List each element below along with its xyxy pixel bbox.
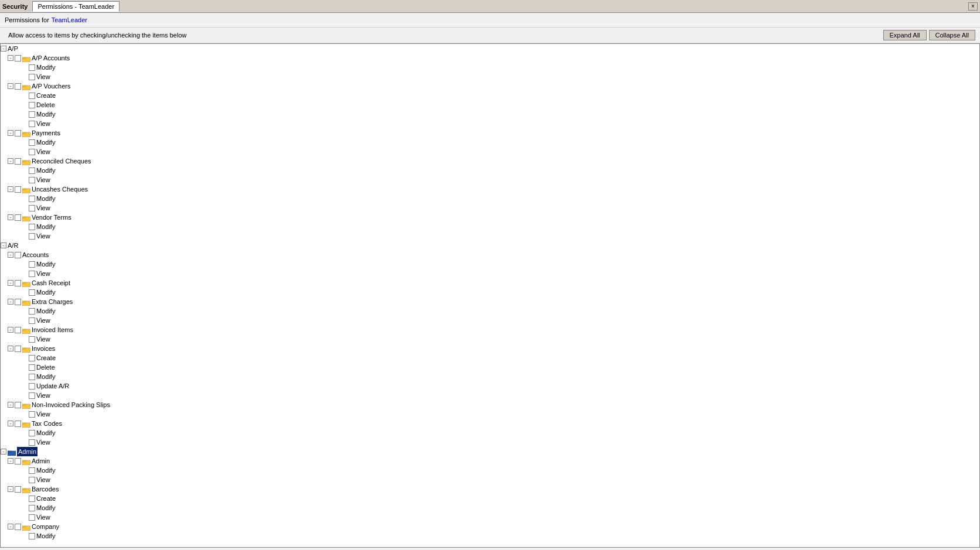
tree-checkbox[interactable] — [29, 467, 35, 474]
tree-checkbox[interactable] — [29, 374, 35, 380]
tree-checkbox[interactable] — [15, 214, 21, 221]
tree-checkbox[interactable] — [29, 496, 35, 502]
tree-checkbox[interactable] — [29, 64, 35, 71]
tree-checkbox[interactable] — [29, 514, 35, 521]
tree-item: Create — [1, 494, 979, 503]
tree-checkbox[interactable] — [29, 383, 35, 390]
expand-icon[interactable] — [8, 486, 13, 492]
tree-item: View — [1, 203, 979, 213]
tree-item: Create — [1, 353, 979, 363]
expand-icon[interactable] — [8, 252, 13, 258]
user-link[interactable]: TeamLeader — [52, 16, 87, 23]
tree-checkbox[interactable] — [15, 346, 21, 352]
tab-active[interactable]: Permissions - TeamLeader — [32, 1, 119, 12]
tree-checkbox[interactable] — [29, 392, 35, 399]
tree-checkbox[interactable] — [29, 430, 35, 436]
tree-item: Modify — [1, 259, 979, 269]
expand-icon[interactable] — [8, 214, 13, 220]
expand-icon[interactable] — [8, 83, 13, 89]
tree-node-label: View — [36, 513, 50, 522]
tree-checkbox[interactable] — [29, 177, 35, 183]
tree-node-label: Modify — [36, 372, 55, 381]
expand-all-button[interactable]: Expand All — [883, 30, 927, 40]
tree-checkbox[interactable] — [29, 289, 35, 296]
tree-checkbox[interactable] — [29, 308, 35, 315]
tree-checkbox[interactable] — [29, 355, 35, 361]
folder-icon — [22, 280, 30, 286]
expand-icon[interactable] — [8, 130, 13, 136]
expand-icon[interactable] — [8, 186, 13, 192]
tree-node-label: Invoices — [32, 344, 55, 353]
tree-checkbox[interactable] — [29, 411, 35, 418]
tree-checkbox[interactable] — [29, 139, 35, 146]
tree-checkbox[interactable] — [15, 327, 21, 333]
folder-icon — [22, 402, 30, 408]
tree-checkbox[interactable] — [29, 533, 35, 539]
tree-node-label: Vendor Terms — [32, 213, 71, 222]
tree-checkbox[interactable] — [15, 402, 21, 408]
tree-checkbox[interactable] — [29, 336, 35, 343]
expand-icon[interactable] — [8, 402, 13, 408]
tree-checkbox[interactable] — [29, 317, 35, 324]
expand-icon[interactable] — [8, 280, 13, 286]
tree-item: View — [1, 175, 979, 185]
expand-icon[interactable] — [8, 55, 13, 61]
tree-checkbox[interactable] — [15, 83, 21, 90]
expand-icon[interactable] — [8, 458, 13, 464]
expand-icon[interactable] — [1, 449, 6, 455]
tree-node-label: Company — [32, 522, 59, 531]
tree-checkbox[interactable] — [15, 158, 21, 165]
tree-checkbox[interactable] — [15, 524, 21, 530]
expand-icon[interactable] — [8, 158, 13, 164]
tree-node-label: A/P Vouchers — [32, 81, 70, 91]
tree-checkbox[interactable] — [29, 149, 35, 155]
expand-icon[interactable] — [8, 346, 13, 351]
tree-node-label: View — [36, 391, 50, 400]
tree-item: Reconciled Cheques — [1, 156, 979, 166]
tree-checkbox[interactable] — [29, 364, 35, 371]
expand-icon[interactable] — [8, 421, 13, 426]
tree-checkbox[interactable] — [15, 486, 21, 493]
tree-checkbox[interactable] — [15, 421, 21, 427]
tree-item: Modify — [1, 63, 979, 72]
tree-checkbox[interactable] — [29, 261, 35, 268]
tree-checkbox[interactable] — [29, 102, 35, 108]
tree-checkbox[interactable] — [29, 477, 35, 483]
tree-checkbox[interactable] — [29, 224, 35, 230]
tree-checkbox[interactable] — [29, 121, 35, 127]
collapse-all-button[interactable]: Collapse All — [929, 30, 975, 40]
tree-checkbox[interactable] — [29, 196, 35, 202]
tree-checkbox[interactable] — [29, 111, 35, 118]
tree-item: Invoiced Items — [1, 325, 979, 334]
tree-checkbox[interactable] — [29, 168, 35, 174]
tree-node-label: View — [36, 316, 50, 325]
tree-checkbox[interactable] — [29, 439, 35, 446]
tree-item: Update A/R — [1, 381, 979, 391]
tree-checkbox[interactable] — [15, 280, 21, 286]
tree-checkbox[interactable] — [15, 186, 21, 193]
tree-item: Payments — [1, 128, 979, 138]
tree-checkbox[interactable] — [15, 55, 21, 62]
tree-item: Modify — [1, 466, 979, 475]
tree-checkbox[interactable] — [29, 205, 35, 211]
expand-icon[interactable] — [1, 46, 6, 52]
tree-item: Modify — [1, 222, 979, 231]
tree-checkbox[interactable] — [29, 271, 35, 277]
expand-icon[interactable] — [1, 242, 6, 248]
tree-item: View — [1, 269, 979, 278]
tree-checkbox[interactable] — [15, 299, 21, 305]
tree-checkbox[interactable] — [15, 458, 21, 464]
tree-node-label: View — [36, 147, 50, 156]
tree-checkbox[interactable] — [29, 93, 35, 99]
tree-node-label: Modify — [36, 306, 55, 316]
tree-node-label: Modify — [36, 194, 55, 203]
expand-icon[interactable] — [8, 327, 13, 333]
tree-checkbox[interactable] — [15, 130, 21, 136]
tree-checkbox[interactable] — [29, 74, 35, 80]
tree-checkbox[interactable] — [29, 505, 35, 511]
expand-icon[interactable] — [8, 524, 13, 529]
tree-checkbox[interactable] — [29, 233, 35, 240]
expand-icon[interactable] — [8, 299, 13, 305]
tree-checkbox[interactable] — [15, 252, 21, 258]
close-button[interactable]: × — [968, 2, 978, 11]
